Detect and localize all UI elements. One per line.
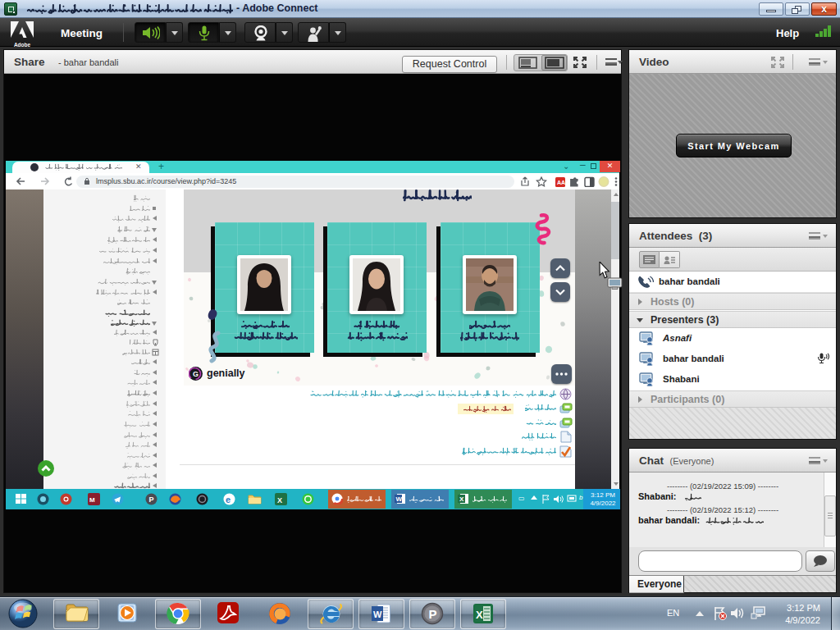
svg-text:X: X xyxy=(476,609,483,621)
svg-text:e: e xyxy=(226,495,231,504)
svg-text:G: G xyxy=(193,370,199,378)
svg-text:AA: AA xyxy=(557,180,565,185)
svg-text:M: M xyxy=(89,496,95,504)
svg-text:X: X xyxy=(277,496,282,504)
svg-text:P: P xyxy=(149,495,154,504)
svg-text:W: W xyxy=(396,495,403,503)
svg-text:P: P xyxy=(429,607,437,621)
svg-text:X: X xyxy=(459,495,464,503)
svg-text:W: W xyxy=(373,609,382,619)
